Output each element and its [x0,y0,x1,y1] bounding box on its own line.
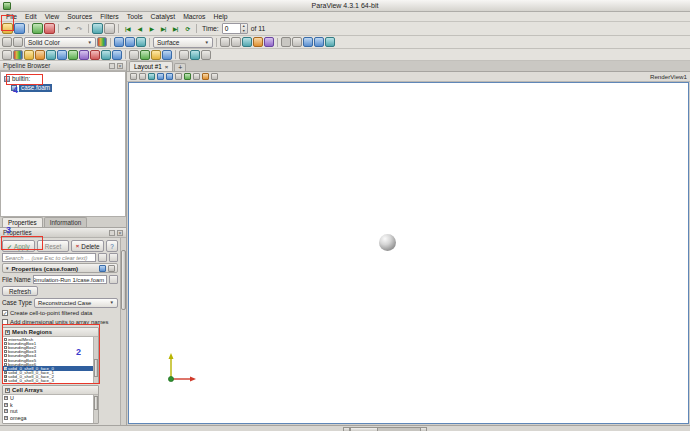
select-cells-on-icon[interactable] [303,37,313,47]
pipeline-item-builtin[interactable]: builtin: [1,74,125,83]
time-spinbox[interactable]: 0 ▲ ▼ [222,23,248,34]
variable-vector-icon[interactable] [13,37,23,47]
menu-catalyst[interactable]: Catalyst [147,13,180,20]
clip-filter-icon[interactable] [24,50,34,60]
pipeline-browser[interactable]: builtin: case.foam [0,71,126,217]
mesh-regions-header[interactable]: × Mesh Regions [3,328,98,337]
show-center-axes-icon[interactable] [220,37,230,47]
list-item[interactable]: ×omega [3,415,93,422]
dock-close-icon[interactable]: × [117,230,123,236]
dock-close-icon[interactable]: × [117,63,123,69]
connect-server-icon[interactable] [32,23,43,34]
eye-visibility-icon[interactable] [11,85,17,91]
mesh-regions-list[interactable]: internalMesh boundingBox1 boundingBox2 b… [3,337,98,383]
mesh-regions-scrollbar[interactable] [93,337,98,383]
render-view[interactable] [128,82,689,424]
toggle-interaction-mode-icon[interactable] [175,73,182,80]
show-orientation-axes-icon[interactable] [231,37,241,47]
calculator-filter-icon[interactable] [2,50,12,60]
stream-tracer-filter-icon[interactable] [79,50,89,60]
scrollbar-thumb[interactable] [94,359,98,377]
contour-filter-icon[interactable] [13,50,23,60]
scrollbar-thumb[interactable] [350,428,378,431]
menu-view[interactable]: View [41,13,64,20]
plot-over-line-icon[interactable] [162,50,172,60]
reset-center-icon[interactable] [211,73,218,80]
rescale-to-data-icon[interactable] [114,37,124,47]
scrollbar-thumb[interactable] [121,250,126,310]
camera-undo-icon[interactable] [157,73,164,80]
find-data-icon[interactable] [151,50,161,60]
edit-color-legend-icon[interactable] [264,37,274,47]
disconnect-server-icon[interactable] [44,23,55,34]
vcr-next-frame-icon[interactable]: ▶| [158,23,169,34]
probe-location-icon[interactable] [190,50,200,60]
open-file-icon[interactable] [2,23,13,34]
properties-section-header[interactable]: ▼ Properties (case.foam) [2,263,118,273]
adjust-camera-icon[interactable] [184,73,191,80]
mesh-regions-select-all-checkbox[interactable]: × [5,330,10,335]
apply-button[interactable]: ✓ Apply [2,240,35,252]
cell-arrays-header[interactable]: × Cell Arrays [3,386,98,395]
vcr-play-icon[interactable]: ▶ [146,23,157,34]
dock-float-icon[interactable] [109,63,115,69]
create-cell-to-point-row[interactable]: ✓ Create cell-to-point filtered data [2,309,118,317]
select-points-on-icon[interactable] [314,37,324,47]
sort-icon[interactable] [98,253,107,262]
edit-view-options-icon[interactable] [242,37,252,47]
time-spin-arrows[interactable]: ▲ ▼ [240,24,247,33]
tab-information[interactable]: Information [44,217,88,227]
case-type-combobox[interactable]: Reconstructed Case ▼ [34,298,118,308]
search-input[interactable] [2,253,96,262]
color-by-combobox[interactable]: Solid Color ▼ [24,37,96,48]
warp-filter-icon[interactable] [90,50,100,60]
edit-colormap-icon[interactable] [97,37,107,47]
scroll-right-icon[interactable] [420,428,426,431]
variable-scalar-icon[interactable] [2,37,12,47]
sphere-geometry[interactable] [379,234,396,251]
checkbox-checked[interactable]: ✓ [2,310,8,316]
rescale-custom-icon[interactable] [125,37,135,47]
properties-scrollbar[interactable] [120,238,126,425]
reload-file-icon[interactable] [109,275,118,284]
menu-tools[interactable]: Tools [123,13,147,20]
tab-layout-1[interactable]: Layout #1 × [129,61,173,71]
vcr-first-frame-icon[interactable]: |◀ [122,23,133,34]
menu-sources[interactable]: Sources [63,13,96,20]
close-icon[interactable]: × [165,64,169,70]
interaction-mode-3d-icon[interactable] [281,37,291,47]
menu-file[interactable]: File [2,13,21,20]
checkbox-unchecked[interactable] [2,319,8,325]
vcr-previous-frame-icon[interactable]: ◀ [134,23,145,34]
spin-down-icon[interactable]: ▼ [241,29,247,34]
file-name-field[interactable]: football Simulation-Run 1/case.foam [33,275,107,284]
rubber-band-select-icon[interactable] [193,73,200,80]
help-button[interactable]: ? [106,240,118,252]
menu-filters[interactable]: Filters [96,13,123,20]
list-item[interactable]: ×solid_0_shell_0_face_3 [3,379,93,383]
representation-combobox[interactable]: Surface ▼ [153,37,213,48]
add-dimensional-units-row[interactable]: Add dimensional units to array names [2,318,118,326]
reset-button[interactable]: Reset [37,240,70,252]
slice-filter-icon[interactable] [35,50,45,60]
pick-center-icon[interactable] [202,73,209,80]
screenshot-icon[interactable] [104,23,115,34]
copy-icon[interactable] [108,265,115,272]
cell-arrays-list[interactable]: ×U ×k ×nut ×omega [3,395,98,423]
save-data-icon[interactable] [14,23,25,34]
menu-macros[interactable]: Macros [179,13,209,20]
extract-subset-filter-icon[interactable] [57,50,67,60]
redo-icon[interactable]: ↷ [74,23,85,34]
zoom-to-box-icon[interactable] [325,37,335,47]
split-vertical-icon[interactable] [139,73,146,80]
dock-float-icon[interactable] [109,230,115,236]
threshold-filter-icon[interactable] [46,50,56,60]
group-datasets-filter-icon[interactable] [101,50,111,60]
sphere-source-icon[interactable] [179,50,189,60]
scrollbar-thumb[interactable] [94,396,98,410]
ruler-icon[interactable] [253,37,263,47]
gear-icon[interactable] [109,253,118,262]
spreadsheet-view-icon[interactable] [129,50,139,60]
reset-camera-icon[interactable] [92,23,103,34]
cell-arrays-scrollbar[interactable] [93,395,98,423]
